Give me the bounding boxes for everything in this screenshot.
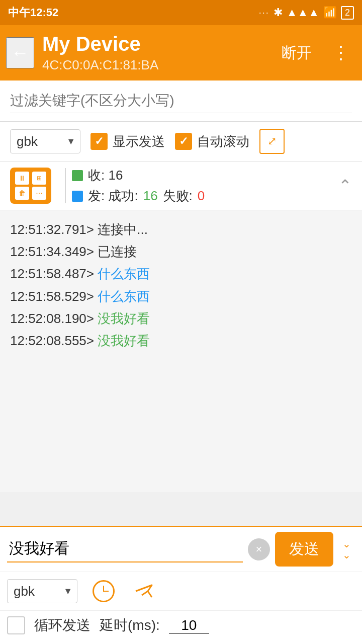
auto-scroll-checkbox[interactable]: [175, 133, 192, 150]
encoding-select[interactable]: gbk utf-8 ascii: [10, 129, 80, 153]
stats-controls-button[interactable]: ⏸ ⊞ 🗑 ···: [10, 168, 51, 204]
grid-icon: ⊞: [32, 172, 46, 185]
dots-icon: ···: [32, 187, 46, 200]
log-line: 12:51:58.487> 什么东西: [10, 263, 352, 285]
timestamp: 12:51:34.349>: [10, 244, 94, 259]
stats-top-row: ⏸ ⊞: [15, 172, 46, 185]
expand-button[interactable]: ⤢: [259, 129, 285, 154]
collapse-input-button[interactable]: ⌄ ⌄: [338, 535, 355, 564]
send-dot: [72, 191, 83, 202]
status-icons: ··· ✱ ▲▲▲ 📶 2: [259, 6, 354, 20]
timestamp: 12:52:08.555>: [10, 333, 94, 348]
message-input[interactable]: [7, 536, 243, 562]
log-line: 12:51:32.791> 连接中...: [10, 218, 352, 240]
signal-bars-icon: ▲▲▲: [287, 6, 319, 19]
send-stat: 发: 成功: 16 失败: 0: [72, 187, 205, 205]
chevron-down-icon: ⌄ ⌄: [342, 539, 351, 560]
delay-label: 延时(ms):: [100, 616, 160, 635]
device-mac: 4C:C0:0A:C1:81:BA: [42, 57, 267, 73]
device-name: My Device: [42, 33, 267, 55]
send-button[interactable]: 发送: [275, 532, 333, 567]
send-fail-count: 0: [198, 188, 205, 204]
trash-icon: 🗑: [15, 187, 29, 200]
stats-divider: [65, 168, 66, 203]
bottom-input-area: × 发送 ⌄ ⌄ gbk utf-8 ascii: [0, 526, 362, 644]
recv-stat: 收: 16: [72, 167, 205, 184]
send-success-count: 16: [143, 188, 158, 204]
log-message: 没我好看: [98, 333, 150, 348]
show-send-group: 显示发送: [90, 133, 165, 150]
stats-bottom-row: 🗑 ···: [15, 187, 46, 200]
status-bar: 中午12:52 ··· ✱ ▲▲▲ 📶 2: [0, 0, 362, 25]
log-message: 连接中...: [98, 222, 148, 237]
pause-icon: ⏸: [15, 172, 29, 185]
controls-row: gbk utf-8 ascii 显示发送 自动滚动 ⤢: [0, 122, 362, 162]
send-prefix: 发: 成功:: [88, 187, 138, 205]
log-area: 12:51:32.791> 连接中... 12:51:34.349> 已连接 1…: [0, 210, 362, 492]
stats-collapse-button[interactable]: ⌃: [338, 176, 352, 195]
bottom-encoding-select[interactable]: gbk utf-8 ascii: [7, 579, 77, 603]
stats-info: 收: 16 发: 成功: 16 失败: 0: [72, 167, 205, 205]
clear-icon: ×: [256, 543, 262, 556]
filter-bar: [0, 80, 362, 122]
loop-send-label: 循环发送: [34, 616, 90, 635]
loop-send-checkbox[interactable]: [7, 616, 25, 634]
loop-row: 循环发送 延时(ms):: [0, 610, 362, 644]
disconnect-button[interactable]: 断开: [276, 39, 318, 67]
log-message: 什么东西: [98, 266, 150, 281]
timestamp: 12:51:58.529>: [10, 289, 94, 304]
log-line: 12:52:08.555> 没我好看: [10, 330, 352, 352]
send-template-icon: [133, 580, 155, 602]
auto-scroll-label: 自动滚动: [197, 133, 249, 150]
timestamp: 12:51:58.487>: [10, 266, 94, 281]
send-template-button[interactable]: [130, 577, 158, 605]
timestamp: 12:52:08.190>: [10, 311, 94, 326]
clock-icon: [93, 580, 115, 602]
bottom-encoding-select-wrapper[interactable]: gbk utf-8 ascii: [7, 579, 77, 603]
log-line: 12:52:08.190> 没我好看: [10, 307, 352, 330]
svg-line-0: [142, 591, 148, 595]
bluetooth-icon: ✱: [274, 6, 283, 19]
signal-dots-icon: ···: [259, 8, 269, 18]
log-line: 12:51:58.529> 什么东西: [10, 285, 352, 307]
log-message: 什么东西: [98, 289, 150, 304]
expand-icon: ⤢: [267, 135, 277, 148]
recv-label: 收: 16: [88, 167, 123, 184]
input-row: × 发送 ⌄ ⌄: [0, 526, 362, 572]
filter-input[interactable]: [10, 89, 352, 113]
toolbar-title-group: My Device 4C:C0:0A:C1:81:BA: [42, 33, 267, 73]
show-send-checkbox[interactable]: [90, 133, 108, 150]
send-fail-prefix: 失败:: [163, 187, 193, 205]
auto-scroll-group: 自动滚动: [175, 133, 249, 150]
clear-input-button[interactable]: ×: [248, 538, 270, 560]
recv-dot: [72, 170, 83, 181]
delay-input[interactable]: [169, 617, 209, 634]
more-menu-button[interactable]: ⋮: [326, 38, 356, 67]
wifi-icon: 📶: [323, 6, 337, 19]
battery-icon: 2: [341, 6, 354, 20]
back-button[interactable]: ←: [6, 37, 34, 68]
log-line: 12:51:34.349> 已连接: [10, 240, 352, 263]
status-time: 中午12:52: [8, 5, 58, 20]
toolbar: ← My Device 4C:C0:0A:C1:81:BA 断开 ⋮: [0, 25, 362, 80]
timestamp: 12:51:32.791>: [10, 222, 94, 237]
history-button[interactable]: [89, 577, 118, 605]
log-message: 没我好看: [98, 311, 150, 326]
input-options-row: gbk utf-8 ascii: [0, 572, 362, 610]
show-send-label: 显示发送: [113, 133, 165, 150]
stats-row: ⏸ ⊞ 🗑 ··· 收: 16 发: 成功: 16 失败: 0 ⌃: [0, 162, 362, 210]
encoding-select-wrapper[interactable]: gbk utf-8 ascii: [10, 129, 80, 153]
log-message: 已连接: [98, 244, 137, 259]
